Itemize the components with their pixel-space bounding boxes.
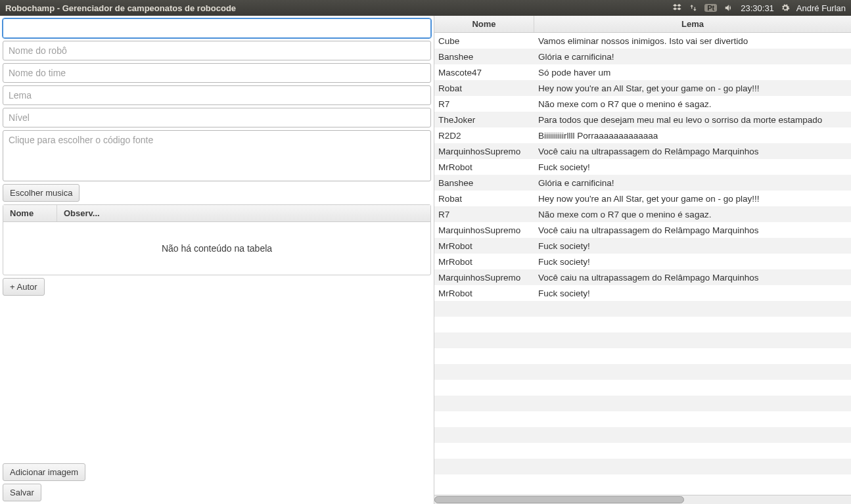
keyboard-layout-indicator[interactable]: Pt (704, 4, 717, 12)
cell-lema: Fuck society! (534, 162, 851, 172)
dropbox-icon[interactable] (673, 3, 682, 12)
cell-lema: Só pode haver um (534, 68, 851, 78)
table-row[interactable]: CubeVamos eliminar nossos inimigos. Isto… (434, 33, 851, 49)
table-row[interactable]: RobatHey now you're an All Star, get you… (434, 191, 851, 206)
nivel-input[interactable] (3, 108, 431, 127)
cell-nome: MrRobot (434, 162, 534, 172)
table-row[interactable]: MarquinhosSupremoVocê caiu na ultrapassa… (434, 222, 851, 238)
team-name-input[interactable] (3, 63, 431, 83)
cell-lema: Fuck society! (534, 257, 851, 267)
clock[interactable]: 23:30:31 (741, 3, 774, 13)
table-row-empty (434, 317, 851, 332)
horizontal-scrollbar[interactable] (434, 495, 851, 504)
system-tray: Pt 23:30:31 André Furlan (673, 3, 846, 13)
window-title: Robochamp - Gerenciador de campeonatos d… (5, 3, 673, 13)
cell-lema: Glória e carnificina! (534, 52, 851, 62)
robots-table-body[interactable]: CubeVamos eliminar nossos inimigos. Isto… (434, 33, 851, 495)
table-row-empty (434, 459, 851, 474)
cell-nome: MrRobot (434, 241, 534, 251)
cell-lema: Fuck society! (534, 241, 851, 251)
authors-table-header: Nome Observ... (3, 205, 430, 222)
table-row-empty (434, 427, 851, 443)
cell-nome: Cube (434, 36, 534, 46)
robots-panel: Nome Lema CubeVamos eliminar nossos inim… (434, 16, 851, 504)
spacer (3, 298, 431, 461)
cell-nome: Banshee (434, 178, 534, 188)
table-row-empty (434, 332, 851, 348)
robots-col-nome[interactable]: Nome (434, 16, 534, 32)
table-row[interactable]: MrRobotFuck society! (434, 238, 851, 254)
table-row[interactable]: BansheeGlória e carnificina! (434, 49, 851, 64)
cell-nome: Robat (434, 194, 534, 204)
cell-nome: Banshee (434, 52, 534, 62)
cell-lema: Hey now you're an All Star, get your gam… (534, 194, 851, 204)
table-row-empty (434, 411, 851, 427)
code-area[interactable] (3, 130, 431, 181)
cell-nome: R7 (434, 99, 534, 109)
field-1-input[interactable] (3, 18, 431, 38)
table-row[interactable]: R7Não mexe com o R7 que o menino é sagaz… (434, 206, 851, 222)
table-row-empty (434, 396, 851, 411)
scrollbar-thumb[interactable] (434, 496, 684, 503)
table-row-empty (434, 380, 851, 396)
cell-lema: Você caiu na ultrapassagem do Relâmpago … (534, 273, 851, 283)
authors-table-empty: Não há conteúdo na tabela (3, 222, 430, 275)
user-menu[interactable]: André Furlan (796, 3, 846, 13)
lema-input[interactable] (3, 85, 431, 105)
cell-lema: Fuck society! (534, 288, 851, 298)
main-content: Escolher musica Nome Observ... Não há co… (0, 16, 851, 504)
table-row[interactable]: MrRobotFuck society! (434, 159, 851, 175)
gear-icon[interactable] (781, 3, 790, 12)
cell-lema: Não mexe com o R7 que o menino é sagaz. (534, 99, 851, 109)
table-row[interactable]: R7Não mexe com o R7 que o menino é sagaz… (434, 96, 851, 112)
cell-lema: Glória e carnificina! (534, 178, 851, 188)
authors-col-obs[interactable]: Observ... (57, 205, 430, 221)
cell-lema: Você caiu na ultrapassagem do Relâmpago … (534, 225, 851, 235)
table-row-empty (434, 364, 851, 380)
table-row[interactable]: R2D2Biiiiiiiiiirllll Porraaaaaaaaaaaaa (434, 127, 851, 143)
cell-lema: Não mexe com o R7 que o menino é sagaz. (534, 210, 851, 219)
cell-nome: Mascote47 (434, 68, 534, 78)
table-row[interactable]: TheJokerPara todos que desejam meu mal e… (434, 112, 851, 127)
robots-table-header: Nome Lema (434, 16, 851, 33)
cell-nome: MrRobot (434, 257, 534, 267)
network-icon[interactable] (689, 3, 698, 12)
cell-lema: Hey now you're an All Star, get your gam… (534, 83, 851, 93)
save-button[interactable]: Salvar (3, 484, 41, 501)
choose-music-button[interactable]: Escolher musica (3, 184, 80, 202)
table-row[interactable]: Mascote47Só pode haver um (434, 64, 851, 80)
table-row[interactable]: BansheeGlória e carnificina! (434, 175, 851, 191)
form-panel: Escolher musica Nome Observ... Não há co… (0, 16, 434, 504)
cell-nome: MarquinhosSupremo (434, 147, 534, 156)
cell-nome: MarquinhosSupremo (434, 273, 534, 283)
robot-name-input[interactable] (3, 41, 431, 60)
cell-lema: Você caiu na ultrapassagem do Relâmpago … (534, 147, 851, 156)
cell-nome: MarquinhosSupremo (434, 225, 534, 235)
robots-col-lema[interactable]: Lema (534, 16, 851, 32)
table-row[interactable]: RobatHey now you're an All Star, get you… (434, 80, 851, 96)
table-row-empty (434, 301, 851, 317)
cell-lema: Para todos que desejam meu mal eu levo o… (534, 115, 851, 125)
add-author-button[interactable]: + Autor (3, 278, 45, 296)
titlebar: Robochamp - Gerenciador de campeonatos d… (0, 0, 851, 16)
table-row-empty (434, 474, 851, 490)
add-image-button[interactable]: Adicionar imagem (3, 463, 85, 481)
cell-nome: MrRobot (434, 288, 534, 298)
authors-col-nome[interactable]: Nome (3, 205, 57, 221)
cell-nome: TheJoker (434, 115, 534, 125)
cell-lema: Vamos eliminar nossos inimigos. Isto vai… (534, 36, 851, 46)
cell-nome: R7 (434, 210, 534, 219)
table-row[interactable]: MrRobotFuck society! (434, 285, 851, 301)
cell-nome: Robat (434, 83, 534, 93)
cell-nome: R2D2 (434, 131, 534, 141)
authors-table: Nome Observ... Não há conteúdo na tabela (3, 204, 431, 275)
table-row[interactable]: MrRobotFuck society! (434, 254, 851, 269)
cell-lema: Biiiiiiiiiirllll Porraaaaaaaaaaaaa (534, 131, 851, 141)
table-row-empty (434, 348, 851, 364)
volume-icon[interactable] (724, 3, 734, 12)
table-row[interactable]: MarquinhosSupremoVocê caiu na ultrapassa… (434, 143, 851, 159)
table-row[interactable]: MarquinhosSupremoVocê caiu na ultrapassa… (434, 269, 851, 285)
table-row-empty (434, 443, 851, 459)
